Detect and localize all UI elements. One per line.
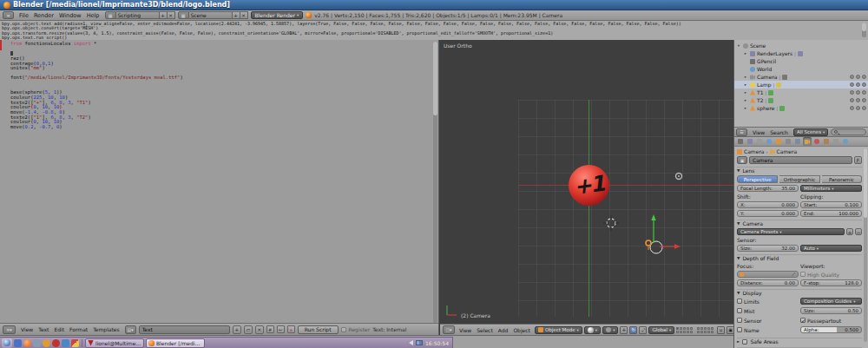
clip-start-field[interactable]: Start: 0.100 <box>800 201 862 208</box>
renderability-camera-icon[interactable] <box>862 82 866 87</box>
outliner-row-scene[interactable]: ▾Scene <box>734 42 868 49</box>
layer-toggle[interactable] <box>711 331 713 333</box>
menu-window[interactable]: Window <box>56 12 84 19</box>
editor-type-3d-icon[interactable]: ◳▾ <box>443 325 455 334</box>
shading-dropdown[interactable]: ▾ <box>584 326 601 334</box>
visibility-eye-icon[interactable] <box>850 90 854 95</box>
lens-unit-dropdown[interactable]: Millimeters ▾ <box>800 185 862 192</box>
visibility-eye-icon[interactable] <box>850 75 854 79</box>
expander-icon[interactable]: ▸ <box>743 98 748 102</box>
renderability-camera-icon[interactable] <box>862 106 866 110</box>
package-icon[interactable] <box>43 339 50 347</box>
toggle-sensor[interactable]: Sensor <box>737 317 799 324</box>
visibility-eye-icon[interactable] <box>850 106 854 110</box>
line-numbers-toggle[interactable]: # <box>266 325 274 333</box>
menu-format[interactable]: Format <box>67 326 90 332</box>
unlink-text-button[interactable]: × <box>255 325 264 334</box>
panel-header-display[interactable]: ▼ Display <box>737 289 862 296</box>
properties-tab-physics-icon[interactable] <box>841 137 850 146</box>
checkbox[interactable] <box>737 327 742 332</box>
checkbox[interactable] <box>737 299 742 304</box>
expander-icon[interactable]: ▸ <box>743 90 748 95</box>
filemanager-icon[interactable] <box>33 339 41 347</box>
properties-tab-material-icon[interactable] <box>812 137 821 146</box>
outliner-search-input[interactable] <box>831 128 866 135</box>
expander-icon[interactable]: ▸ <box>743 51 748 56</box>
layer-toggle[interactable] <box>680 327 682 330</box>
properties-tab-scene-tab-icon[interactable] <box>755 137 764 146</box>
menu-templates[interactable]: Templates <box>90 326 122 332</box>
layout-icon[interactable]: ▦ <box>105 11 116 19</box>
properties-tab-particles-icon[interactable] <box>832 137 840 146</box>
add-scene-button[interactable]: + <box>233 11 240 19</box>
panel-header-camera[interactable]: ▼ Camera <box>737 220 862 227</box>
expander-icon[interactable]: ▸ <box>743 82 748 87</box>
layer-toggle[interactable] <box>676 327 679 330</box>
start-menu-button[interactable] <box>2 338 12 348</box>
menu-object[interactable]: Object <box>510 327 533 333</box>
tab-perspective[interactable]: Perspective <box>737 175 778 183</box>
panel-header-lens[interactable]: ▼ Lens <box>737 167 862 174</box>
delete-layout-button[interactable]: × <box>168 11 175 19</box>
display-icon[interactable] <box>62 339 69 347</box>
focus-object-field[interactable] <box>737 271 799 278</box>
tab-orthographic[interactable]: Orthographic <box>779 175 819 183</box>
layer-toggle[interactable] <box>687 327 689 330</box>
sensor-size-field[interactable]: Size: 32.00 <box>737 245 799 252</box>
properties-tab-constraints-icon[interactable] <box>784 137 792 146</box>
renderability-camera-icon[interactable] <box>862 90 866 95</box>
places-icon[interactable] <box>14 339 22 347</box>
layer-toggle[interactable] <box>704 327 707 330</box>
fstop-field[interactable]: F-stop: 128.0 <box>800 279 862 286</box>
menu-view[interactable]: View <box>750 129 767 135</box>
open-text-button[interactable]: ▱ <box>244 325 253 334</box>
visibility-eye-icon[interactable] <box>850 82 854 87</box>
properties-tab-texture-icon[interactable] <box>822 137 831 146</box>
focal-length-field[interactable]: Focal Length: 35.00 <box>737 185 799 192</box>
passepartout-checkbox[interactable] <box>800 318 806 323</box>
renderability-camera-icon[interactable] <box>862 75 866 79</box>
scene-name-field[interactable]: Scene <box>189 11 233 19</box>
layer-toggle[interactable] <box>700 331 703 333</box>
firefox-icon[interactable] <box>23 339 31 347</box>
taskbar-task-blender[interactable]: Blender [/media... <box>146 338 205 348</box>
selectability-icon[interactable] <box>856 106 860 110</box>
fake-user-button[interactable]: F <box>854 156 862 164</box>
checkbox[interactable] <box>737 318 742 323</box>
layer-toggle[interactable] <box>711 327 713 330</box>
sensor-fit-dropdown[interactable]: Auto ▾ <box>800 245 862 252</box>
snap-magnet-button[interactable]: ∪ <box>717 326 725 334</box>
eyedropper-icon[interactable] <box>792 272 796 277</box>
dof-distance-field[interactable]: Distance: 0.00 <box>737 279 799 286</box>
menu-render[interactable]: Render <box>31 12 56 19</box>
pivot-dropdown[interactable]: ▾ <box>602 326 618 334</box>
new-text-button[interactable]: + <box>233 325 241 334</box>
syntax-highlight-toggle[interactable]: a <box>287 325 295 333</box>
breadcrumb-data[interactable]: Camera <box>777 148 798 154</box>
menu-help[interactable]: Help <box>84 12 102 19</box>
outliner-filter-dropdown[interactable]: All Scenes ▾ <box>793 128 828 136</box>
security-icon[interactable] <box>52 339 60 347</box>
selectability-icon[interactable] <box>856 90 860 95</box>
composition-guides-dropdown[interactable]: Composition Guides ▾ <box>800 298 862 305</box>
add-preset-button[interactable]: + <box>846 228 853 235</box>
layout-name-field[interactable]: Scripting <box>116 11 160 19</box>
layer-toggle[interactable] <box>683 331 686 333</box>
toggle-mist[interactable]: Mist <box>737 307 799 314</box>
datablock-name-field[interactable]: Camera <box>749 156 852 164</box>
passepartout-alpha-slider[interactable]: Alpha: 0.500 <box>800 326 862 333</box>
remove-preset-button[interactable]: − <box>855 228 862 235</box>
network-icon[interactable] <box>416 340 423 345</box>
shift-x-field[interactable]: X: 0.000 <box>737 201 799 208</box>
outliner-row-t2[interactable]: ▸T2| <box>734 96 868 104</box>
outliner-row-gpencil[interactable]: GPencil <box>734 57 868 65</box>
checkbox[interactable] <box>737 308 742 313</box>
text-editor-scrollbar[interactable] <box>433 42 437 323</box>
register-checkbox[interactable] <box>341 327 346 332</box>
add-layout-button[interactable]: + <box>160 11 168 19</box>
selectability-icon[interactable] <box>856 75 860 79</box>
display-size-field[interactable]: Size: 0.50 <box>800 307 862 314</box>
outliner-row-camera[interactable]: ▸Camera| <box>734 73 868 81</box>
properties-scrollbar[interactable] <box>864 148 867 342</box>
text-datablock-icon[interactable]: ▤▾ <box>125 325 136 334</box>
